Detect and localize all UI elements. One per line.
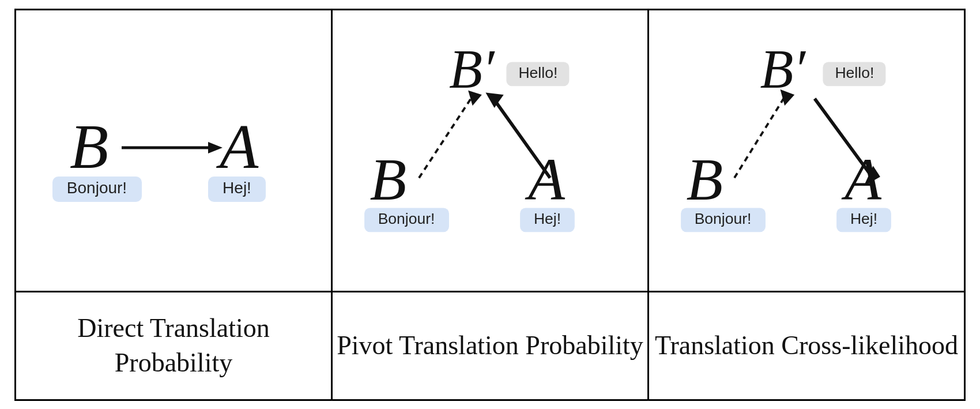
panel-crosslikelihood: B′ Hello! B A Bonjour! (649, 10, 964, 291)
svg-text:Bonjour!: Bonjour! (378, 209, 435, 227)
direct-label-text: Direct Translation Probability (16, 311, 331, 380)
crosslikelihood-label-text: Translation Cross-likelihood (655, 328, 958, 363)
svg-text:Bonjour!: Bonjour! (695, 209, 752, 227)
label-direct: Direct Translation Probability (16, 292, 333, 399)
svg-line-15 (495, 101, 550, 178)
crosslikelihood-diagram: B′ Hello! B A Bonjour! (651, 47, 962, 254)
svg-text:B: B (370, 146, 407, 213)
svg-line-28 (815, 99, 872, 177)
svg-text:B: B (70, 111, 108, 182)
svg-text:A: A (216, 111, 259, 182)
svg-text:B′: B′ (449, 47, 495, 99)
svg-line-26 (734, 99, 783, 178)
direct-translation-diagram: B A Bonjour! Hej! (24, 52, 323, 249)
panel-direct: B A Bonjour! Hej! (16, 10, 333, 291)
svg-text:Hej!: Hej! (850, 209, 877, 227)
pivot-translation-diagram: B′ Hello! B A Bonjour! (334, 47, 646, 254)
svg-text:A: A (841, 146, 881, 213)
label-crosslikelihood: Translation Cross-likelihood (649, 292, 964, 399)
svg-line-13 (419, 99, 471, 178)
panel-pivot: B′ Hello! B A Bonjour! (333, 10, 649, 291)
svg-text:Hello!: Hello! (835, 64, 874, 81)
svg-text:Bonjour!: Bonjour! (67, 179, 127, 197)
pivot-label-text: Pivot Translation Probability (337, 328, 643, 363)
svg-text:A: A (525, 146, 565, 213)
svg-text:Hello!: Hello! (518, 64, 557, 81)
label-pivot: Pivot Translation Probability (333, 292, 649, 399)
svg-text:B: B (687, 146, 723, 213)
svg-text:Hej!: Hej! (534, 209, 561, 227)
svg-text:Hej!: Hej! (223, 179, 251, 197)
svg-marker-16 (485, 92, 503, 108)
